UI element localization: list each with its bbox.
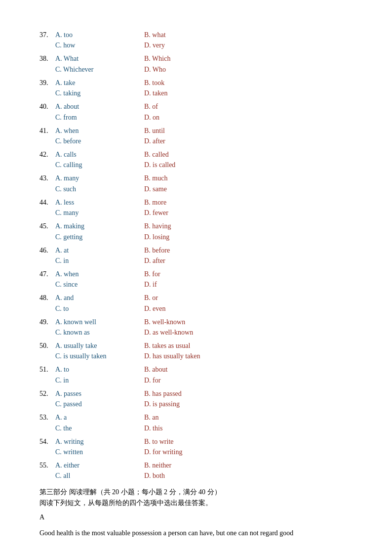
q55-opt-b[interactable]: B. neither [144,460,233,471]
q39-opt-b[interactable]: B. took [144,78,233,88]
q50-opt-d[interactable]: D. has usually taken [144,352,233,360]
q51-opt-b[interactable]: B. about [144,364,233,375]
question-40-ab: 40. A. about B. of [39,101,353,112]
question-42-ab: 42. A. calls B. called [39,149,353,160]
q47-opt-c[interactable]: C. since [55,281,144,289]
q51-opt-c[interactable]: C. in [55,377,144,384]
question-55-ab: 55. A. either B. neither [39,460,353,471]
q40-opt-c[interactable]: C. from [55,114,144,122]
q42-opt-a[interactable]: A. calls [55,149,144,160]
q43-opt-a[interactable]: A. many [55,173,144,184]
q50-opt-b[interactable]: B. takes as usual [144,341,233,351]
q50-opt-a[interactable]: A. usually take [55,341,144,351]
q39-opt-d[interactable]: D. taken [144,89,233,97]
question-52-ab: 52. A. passes B. has passed [39,388,353,399]
q48-opt-a[interactable]: A. and [55,293,144,303]
q39-opt-c[interactable]: C. taking [55,89,144,97]
q45-opt-a[interactable]: A. making [55,221,144,232]
q45-opt-b[interactable]: B. having [144,221,233,232]
question-51-cd: C. in D. for [39,377,353,384]
q53-opt-c[interactable]: C. the [55,425,144,432]
question-49-cd: C. known as D. as well-known [39,329,353,337]
q54-opt-d[interactable]: D. for writing [144,448,233,456]
q42-opt-c[interactable]: C. calling [55,161,144,169]
q54-num: 54. [39,436,55,447]
q39-opt-a[interactable]: A. take [55,78,144,88]
question-44-ab: 44. A. less B. more [39,197,353,208]
q37-opt-c[interactable]: C. how [55,42,144,49]
q49-opt-d[interactable]: D. as well-known [144,329,233,337]
q41-opt-a[interactable]: A. when [55,126,144,136]
question-48-ab: 48. A. and B. or [39,293,353,303]
q41-opt-b[interactable]: B. until [144,126,233,136]
q39-num: 39. [39,78,55,88]
q43-num: 43. [39,173,55,184]
question-44-cd: C. many D. fewer [39,209,353,217]
question-55-cd: C. all D. both [39,472,353,480]
q55-opt-a[interactable]: A. either [55,460,144,471]
q48-opt-c[interactable]: C. to [55,305,144,313]
q51-opt-d[interactable]: D. for [144,377,233,384]
questions-section: 37. A. too B. what C. how D. very 38. A.… [39,30,353,480]
q47-opt-d[interactable]: D. if [144,281,233,289]
q37-opt-b[interactable]: B. what [144,30,233,41]
q44-opt-a[interactable]: A. less [55,197,144,208]
q41-opt-c[interactable]: C. before [55,137,144,145]
q42-opt-b[interactable]: B. called [144,149,233,160]
q43-opt-b[interactable]: B. much [144,173,233,184]
q49-opt-b[interactable]: B. well-known [144,317,233,328]
q47-opt-b[interactable]: B. for [144,269,233,280]
q44-opt-c[interactable]: C. many [55,209,144,217]
q54-opt-b[interactable]: B. to write [144,436,233,447]
q46-opt-a[interactable]: A. at [55,245,144,256]
q55-opt-d[interactable]: D. both [144,472,233,480]
q50-num: 50. [39,341,55,351]
q47-opt-a[interactable]: A. when [55,269,144,280]
question-54-cd: C. written D. for writing [39,448,353,456]
q45-opt-d[interactable]: D. losing [144,233,233,241]
q38-opt-b[interactable]: B. Which [144,53,233,64]
q46-opt-c[interactable]: C. in [55,257,144,265]
q49-opt-c[interactable]: C. known as [55,329,144,337]
q52-opt-b[interactable]: B. has passed [144,388,233,399]
question-40-cd: C. from D. on [39,114,353,122]
q52-opt-d[interactable]: D. is passing [144,400,233,408]
q48-opt-d[interactable]: D. even [144,305,233,313]
question-39-ab: 39. A. take B. took [39,78,353,88]
q53-opt-a[interactable]: A. a [55,412,144,423]
q40-opt-b[interactable]: B. of [144,101,233,112]
q42-num: 42. [39,149,55,160]
q51-opt-a[interactable]: A. to [55,364,144,375]
q49-opt-a[interactable]: A. known well [55,317,144,328]
q44-opt-d[interactable]: D. fewer [144,209,233,217]
q42-opt-d[interactable]: D. is called [144,161,233,169]
q40-opt-d[interactable]: D. on [144,114,233,122]
q54-opt-c[interactable]: C. written [55,448,144,456]
q52-opt-a[interactable]: A. passes [55,388,144,399]
q54-opt-a[interactable]: A. writing [55,436,144,447]
q37-opt-d[interactable]: D. very [144,42,233,49]
q46-opt-b[interactable]: B. before [144,245,233,256]
q53-opt-b[interactable]: B. an [144,412,233,423]
q43-opt-d[interactable]: D. same [144,185,233,193]
question-47-ab: 47. A. when B. for [39,269,353,280]
q48-opt-b[interactable]: B. or [144,293,233,303]
q45-opt-c[interactable]: C. getting [55,233,144,241]
q53-opt-d[interactable]: D. this [144,425,233,432]
q40-opt-a[interactable]: A. about [55,101,144,112]
q37-opt-a[interactable]: A. too [55,30,144,41]
q38-opt-a[interactable]: A. What [55,53,144,64]
q38-opt-c[interactable]: C. Whichever [55,66,144,74]
q50-opt-c[interactable]: C. is usually taken [55,352,144,360]
q53-num: 53. [39,412,55,423]
q55-opt-c[interactable]: C. all [55,472,144,480]
q38-opt-d[interactable]: D. Who [144,66,233,74]
q43-opt-c[interactable]: C. such [55,185,144,193]
question-37-ab: 37. A. too B. what [39,30,353,41]
question-46-cd: C. in D. after [39,257,353,265]
q52-opt-c[interactable]: C. passed [55,400,144,408]
question-50-ab: 50. A. usually take B. takes as usual [39,341,353,351]
q44-opt-b[interactable]: B. more [144,197,233,208]
q46-opt-d[interactable]: D. after [144,257,233,265]
q41-opt-d[interactable]: D. after [144,137,233,145]
